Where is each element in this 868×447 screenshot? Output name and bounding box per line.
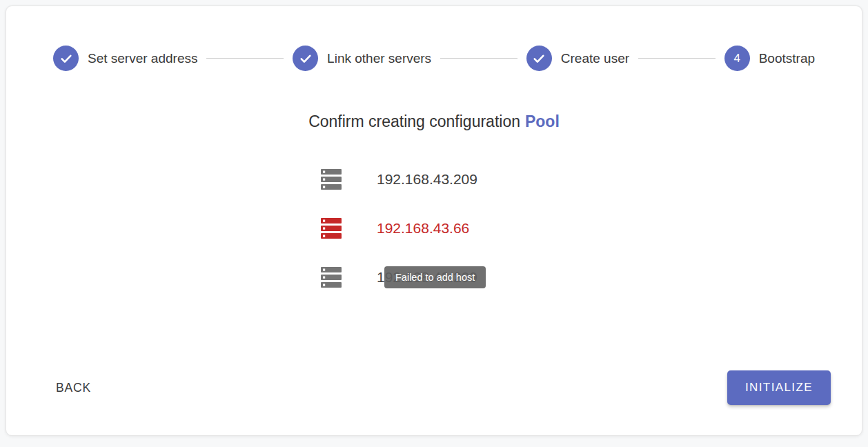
- step-number-badge: 4: [724, 46, 750, 71]
- server-error-icon: [321, 218, 342, 239]
- host-address: 192.168.43.66: [377, 220, 469, 237]
- confirm-heading-text: Confirm creating configuration: [308, 112, 520, 130]
- stepper-connector: [638, 58, 716, 59]
- step-label: Set server address: [88, 51, 197, 66]
- configuration-name: Pool: [525, 112, 560, 130]
- server-icon: [321, 267, 342, 288]
- step-complete-check-icon: [526, 46, 552, 71]
- stepper-connector: [206, 58, 284, 59]
- host-row[interactable]: 192.168.43.209: [321, 167, 862, 192]
- step-bootstrap: 4 Bootstrap: [724, 46, 815, 71]
- host-row-error[interactable]: 192.168.43.66: [321, 216, 862, 241]
- host-row[interactable]: 192.168.43.209 Failed to add host: [321, 265, 862, 290]
- wizard-stepper: Set server address Link other servers Cr…: [6, 46, 862, 71]
- initialize-button[interactable]: INITIALIZE: [727, 370, 831, 405]
- wizard-actions: BACK INITIALIZE: [6, 370, 862, 405]
- step-link-other-servers: Link other servers: [293, 46, 431, 71]
- step-label: Bootstrap: [759, 51, 815, 66]
- step-complete-check-icon: [53, 46, 79, 71]
- host-list: 192.168.43.209 192.168.43.66: [321, 167, 862, 290]
- step-complete-check-icon: [293, 46, 318, 71]
- server-icon: [321, 169, 342, 190]
- step-label: Link other servers: [327, 51, 431, 66]
- host-address: 192.168.43.209: [377, 171, 477, 188]
- step-number: 4: [733, 52, 740, 66]
- step-set-server-address: Set server address: [53, 46, 197, 71]
- setup-wizard-card: Set server address Link other servers Cr…: [6, 6, 862, 436]
- step-create-user: Create user: [526, 46, 629, 71]
- confirm-heading: Confirm creating configurationPool: [6, 112, 862, 131]
- back-button[interactable]: BACK: [50, 374, 97, 402]
- step-label: Create user: [561, 51, 629, 66]
- failed-host-tooltip: Failed to add host: [384, 266, 486, 288]
- stepper-connector: [440, 58, 517, 59]
